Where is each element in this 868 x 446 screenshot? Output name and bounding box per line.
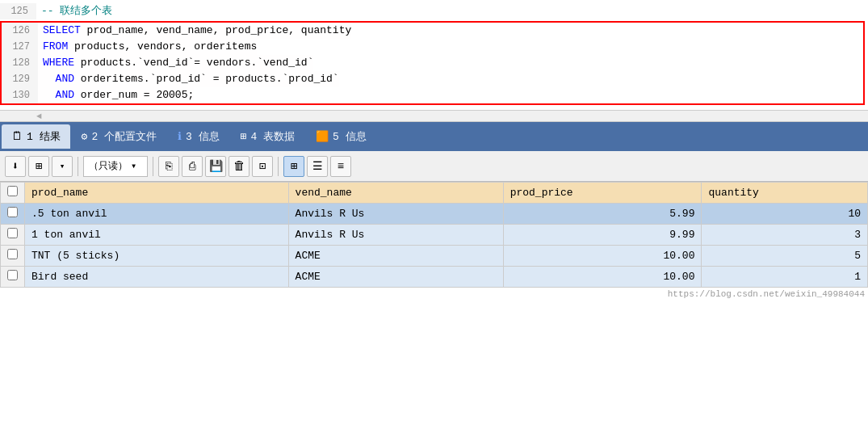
highlighted-code-block: 126 SELECT prod_name, vend_name, prod_pr… — [0, 21, 865, 105]
config-icon: ⚙ — [82, 130, 88, 143]
toolbar-btn-list[interactable]: ☰ — [307, 156, 328, 177]
readonly-dropdown[interactable]: （只读） ▾ — [83, 156, 148, 177]
tab-results[interactable]: 🗒 1 结果 — [2, 124, 70, 149]
cell-prod_price: 10.00 — [503, 246, 702, 267]
cell-prod_price: 9.99 — [503, 225, 702, 246]
header-checkbox[interactable] — [7, 186, 18, 196]
code-line-125: 125 -- 联结多个表 — [0, 3, 868, 19]
tab-bar: 🗒 1 结果 ⚙ 2 个配置文件 ℹ 3 信息 ⊞ 4 表数据 🟧 5 信息 — [0, 122, 868, 151]
line-number-128: 128 — [2, 55, 38, 71]
cell-vend_name: Anvils R Us — [288, 225, 503, 246]
toolbar-btn-grid2[interactable]: ⊞ — [283, 156, 304, 177]
row-checkbox[interactable] — [7, 249, 18, 259]
cell-quantity: 5 — [702, 246, 868, 267]
cell-quantity: 10 — [702, 204, 868, 225]
line-number-125: 125 — [0, 3, 36, 19]
line-content-125: -- 联结多个表 — [36, 3, 112, 19]
line-content-126: SELECT prod_name, vend_name, prod_price,… — [38, 23, 351, 39]
grid-icon: ⊞ — [241, 130, 247, 143]
toolbar-btn-text[interactable]: ≡ — [330, 156, 351, 177]
separator-2 — [153, 157, 153, 176]
code-editor: 125 -- 联结多个表 126 SELECT prod_name, vend_… — [0, 0, 868, 111]
line-content-128: WHERE products.`vend_id`= vendors.`vend_… — [38, 55, 313, 71]
code-line-126: 126 SELECT prod_name, vend_name, prod_pr… — [2, 23, 863, 39]
row-checkbox-cell — [1, 246, 25, 267]
line-number-126: 126 — [2, 23, 38, 39]
line-number-129: 129 — [2, 71, 38, 87]
header-checkbox-col — [1, 183, 25, 204]
dropdown-arrow-icon: ▾ — [131, 160, 136, 172]
row-checkbox-cell — [1, 225, 25, 246]
table-row: .5 ton anvilAnvils R Us5.9910 — [1, 204, 868, 225]
cell-prod_name: Bird seed — [25, 267, 289, 288]
toolbar-btn-export[interactable]: 💾 — [205, 156, 226, 177]
tab-info-label: 3 信息 — [186, 129, 220, 144]
col-header-quantity: quantity — [702, 183, 868, 204]
col-header-prod-name: prod_name — [25, 183, 289, 204]
line-number-130: 130 — [2, 87, 38, 103]
row-checkbox-cell — [1, 267, 25, 288]
toolbar-btn-copy1[interactable]: ⎘ — [158, 156, 179, 177]
results-table-area: prod_name vend_name prod_price quantity … — [0, 182, 868, 288]
table-row: TNT (5 sticks)ACME10.005 — [1, 246, 868, 267]
cell-vend_name: ACME — [288, 246, 503, 267]
cell-quantity: 1 — [702, 267, 868, 288]
table-icon: 🗒 — [11, 130, 23, 143]
cell-vend_name: ACME — [288, 267, 503, 288]
tab-results-label: 1 结果 — [27, 129, 61, 144]
info-icon: ℹ — [178, 130, 182, 143]
row-checkbox[interactable] — [7, 228, 18, 238]
results-table: prod_name vend_name prod_price quantity … — [0, 182, 868, 288]
toolbar-dropdown-arrow[interactable]: ▾ — [52, 156, 73, 177]
cell-prod_price: 10.00 — [503, 267, 702, 288]
line-content-127: FROM products, vendors, orderitems — [38, 39, 257, 55]
cell-quantity: 3 — [702, 225, 868, 246]
cell-prod_price: 5.99 — [503, 204, 702, 225]
tab-tabledata-label: 4 表数据 — [250, 129, 295, 144]
toolbar-btn-grid[interactable]: ⊞ — [28, 156, 49, 177]
tab-info2-label: 5 信息 — [333, 129, 367, 144]
tab-info2[interactable]: 🟧 5 信息 — [306, 124, 376, 149]
code-line-130: 130 AND order_num = 20005; — [2, 87, 863, 103]
toolbar-btn-copy2[interactable]: ⎙ — [182, 156, 203, 177]
code-line-127: 127 FROM products, vendors, orderitems — [2, 39, 863, 55]
row-checkbox[interactable] — [7, 207, 18, 217]
line-content-129: AND orderitems.`prod_id` = products.`pro… — [38, 71, 339, 87]
toolbar: ⬇ ⊞ ▾ （只读） ▾ ⎘ ⎙ 💾 🗑 ⊡ ⊞ ☰ ≡ — [0, 151, 868, 182]
watermark-text: https://blog.csdn.net/weixin_49984044 — [668, 289, 865, 299]
readonly-label: （只读） — [89, 159, 128, 173]
separator-3 — [278, 157, 279, 176]
table-header-row: prod_name vend_name prod_price quantity — [1, 183, 868, 204]
code-line-128: 128 WHERE products.`vend_id`= vendors.`v… — [2, 55, 863, 71]
tab-config-label: 2 个配置文件 — [91, 129, 157, 144]
toolbar-btn-delete[interactable]: 🗑 — [229, 156, 249, 177]
code-line-129: 129 AND orderitems.`prod_id` = products.… — [2, 71, 863, 87]
toolbar-btn-arrow-down[interactable]: ⬇ — [5, 156, 26, 177]
line-content-130: AND order_num = 20005; — [38, 87, 194, 103]
col-header-vend-name: vend_name — [288, 183, 503, 204]
tab-tabledata[interactable]: ⊞ 4 表数据 — [231, 124, 304, 149]
watermark: https://blog.csdn.net/weixin_49984044 — [0, 288, 868, 301]
tab-info[interactable]: ℹ 3 信息 — [168, 124, 229, 149]
col-header-prod-price: prod_price — [503, 183, 702, 204]
row-checkbox-cell — [1, 204, 25, 225]
table-row: Bird seedACME10.001 — [1, 267, 868, 288]
cell-prod_name: TNT (5 sticks) — [25, 246, 289, 267]
table-row: 1 ton anvilAnvils R Us9.993 — [1, 225, 868, 246]
line-number-127: 127 — [2, 39, 38, 55]
info2-icon: 🟧 — [316, 130, 329, 143]
toolbar-btn-filter[interactable]: ⊡ — [252, 156, 273, 177]
tab-config[interactable]: ⚙ 2 个配置文件 — [72, 124, 166, 149]
separator-1 — [78, 157, 78, 176]
row-checkbox[interactable] — [7, 270, 18, 280]
horizontal-scrollbar[interactable]: ◄ — [0, 111, 868, 122]
cell-prod_name: 1 ton anvil — [25, 225, 289, 246]
cell-prod_name: .5 ton anvil — [25, 204, 289, 225]
cell-vend_name: Anvils R Us — [288, 204, 503, 225]
